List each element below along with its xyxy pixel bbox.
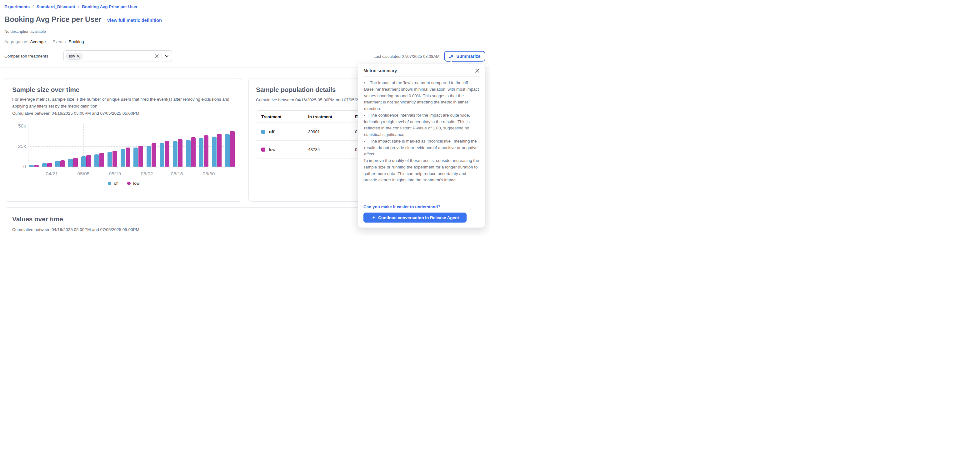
bar-group bbox=[225, 131, 235, 167]
legend-dot bbox=[108, 182, 111, 185]
metric-summary-popover: Metric summary The impact of the 'low' t… bbox=[358, 64, 485, 228]
sample-size-cumulative: Cumulative between 04/16/2025 05:00PM an… bbox=[12, 110, 139, 117]
breadcrumb-item-metric[interactable]: Booking Avg Price per User bbox=[82, 4, 137, 9]
bar-off bbox=[186, 140, 191, 167]
bar-group bbox=[55, 160, 65, 167]
events-value: Booking bbox=[69, 39, 84, 44]
events-label: Events: bbox=[53, 39, 67, 44]
values-cumulative: Cumulative between 04/16/2025 05:00PM an… bbox=[12, 226, 139, 233]
legend-item-off[interactable]: off bbox=[108, 181, 118, 186]
bar-low bbox=[138, 146, 143, 167]
breadcrumb-separator: / bbox=[78, 4, 80, 9]
summary-bullet: The impact of the 'low' treatment compar… bbox=[364, 80, 480, 112]
chart-legend: offlow bbox=[5, 181, 242, 186]
bar-group bbox=[212, 134, 221, 167]
treatment-chip-label: low bbox=[69, 54, 75, 59]
gridline bbox=[52, 124, 52, 167]
bar-off bbox=[121, 149, 125, 167]
metric-description: No description available bbox=[5, 29, 46, 34]
treatment-chip[interactable]: low bbox=[66, 53, 83, 60]
bar-low bbox=[113, 151, 117, 167]
continue-conversation-label: Continue conversation in Release Agent bbox=[378, 215, 459, 220]
bar-off bbox=[160, 143, 164, 167]
in-treatment-value: 39901 bbox=[308, 129, 355, 134]
x-tick-label: 04/21 bbox=[41, 171, 63, 177]
aggregation-label: Aggregation: bbox=[5, 39, 29, 44]
clear-selection-icon[interactable] bbox=[155, 54, 159, 58]
metric-summary-title: Metric summary bbox=[363, 68, 397, 73]
comparison-treatments-label: Comparison treatments bbox=[5, 54, 48, 59]
bar-group bbox=[121, 148, 130, 167]
sample-size-card: Sample size over time For average metric… bbox=[5, 78, 242, 202]
bar-low bbox=[165, 141, 169, 167]
bar-group bbox=[173, 139, 183, 167]
metric-meta: Aggregation: Average Events: Booking bbox=[5, 39, 84, 44]
breadcrumb-item-experiments[interactable]: Experiments bbox=[5, 4, 30, 9]
values-title: Values over time bbox=[12, 215, 63, 223]
bar-low bbox=[230, 131, 235, 167]
followup-question-link[interactable]: Can you make it easier to understand? bbox=[363, 204, 480, 209]
popover-divider bbox=[363, 76, 480, 77]
bar-group bbox=[108, 151, 117, 167]
legend-label: off bbox=[114, 181, 118, 186]
bar-group bbox=[134, 146, 143, 167]
bar-off bbox=[29, 165, 34, 167]
sparkle-icon bbox=[371, 215, 375, 220]
bar-off bbox=[212, 137, 216, 167]
treatment-swatch-off bbox=[261, 130, 265, 134]
x-tick-label: 06/16 bbox=[166, 171, 188, 177]
col-treatment: Treatment bbox=[261, 115, 308, 119]
bar-group bbox=[186, 137, 196, 167]
bar-low bbox=[217, 134, 221, 167]
summary-bullet: The impact state is marked as 'Inconclus… bbox=[364, 138, 480, 158]
population-title: Sample population details bbox=[256, 86, 336, 94]
chevron-down-icon[interactable] bbox=[165, 54, 169, 58]
bar-low bbox=[47, 163, 52, 167]
x-tick-label: 05/19 bbox=[104, 171, 126, 177]
bar-off bbox=[108, 152, 112, 167]
treatment-swatch-low bbox=[261, 148, 265, 151]
bar-off bbox=[94, 155, 99, 167]
bar-off bbox=[55, 161, 60, 167]
bar-group bbox=[146, 143, 156, 167]
popover-divider bbox=[363, 201, 480, 201]
bar-group bbox=[81, 155, 91, 167]
bar-group bbox=[199, 136, 208, 167]
view-metric-definition-link[interactable]: View full metric definition bbox=[107, 18, 162, 23]
chip-remove-icon[interactable] bbox=[77, 55, 80, 57]
bar-off bbox=[173, 141, 178, 167]
close-icon[interactable] bbox=[475, 69, 480, 73]
bar-low bbox=[151, 143, 156, 167]
select-divider bbox=[162, 53, 162, 60]
bar-low bbox=[178, 139, 183, 167]
legend-item-low[interactable]: low bbox=[127, 181, 139, 186]
bar-off bbox=[68, 159, 73, 167]
breadcrumb-item-experiment[interactable]: Standard_Discount bbox=[37, 4, 75, 9]
last-calculated-text: Last calculated 07/07/2025 08:08AM bbox=[374, 54, 439, 59]
bar-low bbox=[73, 158, 78, 167]
bar-group bbox=[29, 165, 39, 167]
chart-y-axis bbox=[28, 124, 29, 167]
bar-off bbox=[42, 163, 47, 167]
breadcrumb-separator: / bbox=[32, 4, 34, 9]
comparison-treatments-select[interactable]: low bbox=[64, 50, 172, 62]
x-tick-label: 05/05 bbox=[73, 171, 94, 177]
continue-conversation-button[interactable]: Continue conversation in Release Agent bbox=[363, 212, 466, 223]
bar-group bbox=[68, 158, 78, 167]
chart-x-axis bbox=[28, 167, 235, 167]
bar-off bbox=[134, 148, 138, 167]
in-treatment-value: 43784 bbox=[308, 147, 355, 152]
summarize-button[interactable]: Summarize bbox=[444, 51, 485, 62]
aggregation-value: Average bbox=[30, 39, 46, 44]
bar-low bbox=[191, 137, 196, 167]
bar-off bbox=[81, 156, 86, 167]
col-in-treatment: In treatment bbox=[308, 115, 355, 119]
bar-low bbox=[126, 148, 130, 167]
y-tick-label: 50k bbox=[13, 123, 26, 129]
summary-body: The impact of the 'low' treatment compar… bbox=[363, 80, 480, 198]
bar-low bbox=[99, 153, 104, 167]
popover-arrow bbox=[448, 61, 454, 67]
x-tick-label: 06/30 bbox=[198, 171, 220, 177]
page-title: Booking Avg Price per User bbox=[5, 15, 101, 24]
legend-label: low bbox=[133, 181, 139, 186]
